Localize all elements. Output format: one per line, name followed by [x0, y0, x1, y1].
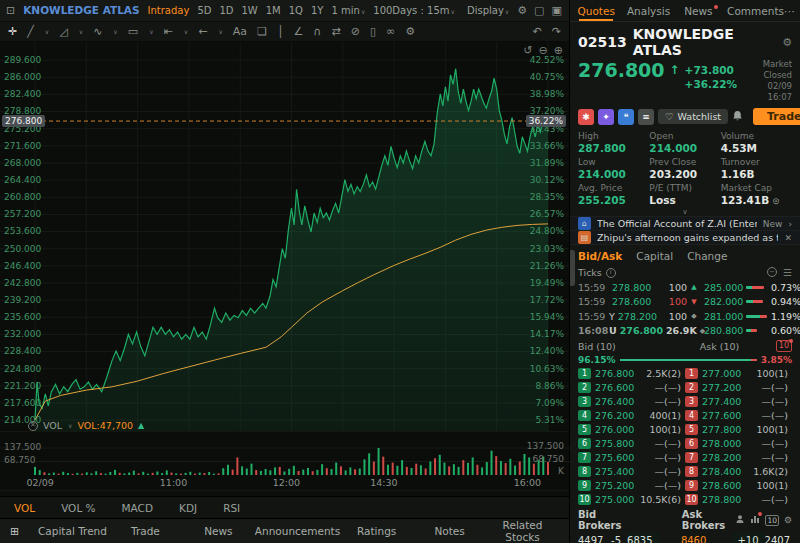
range-tab-1m[interactable]: 1M: [266, 5, 281, 16]
settings-gear-icon[interactable]: ⚙: [517, 4, 527, 17]
ask-level-8[interactable]: 8278.4001.6K(2): [685, 466, 792, 477]
interval-select[interactable]: 1 min∨: [331, 5, 365, 16]
banner-close-icon[interactable]: ✕: [784, 233, 792, 243]
bid-level-2[interactable]: 2276.600—(—): [578, 382, 685, 393]
ask-level-3[interactable]: 3277.400—(—): [685, 396, 792, 407]
tick-row[interactable]: 15:59Y278.200100◆: [578, 309, 698, 324]
ask-level-6[interactable]: 6278.000—(—): [685, 438, 792, 449]
bid-level-7[interactable]: 7275.600—(—): [578, 452, 685, 463]
trend-tool-icon[interactable]: ◿: [59, 26, 67, 37]
bid-broker-cell[interactable]: [659, 533, 681, 543]
nav-notes[interactable]: Notes: [413, 525, 486, 537]
nav-capital-trend[interactable]: Capital Trend: [36, 525, 109, 537]
line-tool-icon[interactable]: ╱: [27, 26, 34, 37]
undo-icon[interactable]: ↶: [533, 26, 542, 37]
list-icon[interactable]: ☰: [783, 267, 792, 278]
collapse-ticks-icon[interactable]: −: [767, 267, 777, 277]
span-select[interactable]: 100Days : 15m∨: [373, 5, 455, 16]
ask-level-9[interactable]: 9278.600100(1): [685, 480, 792, 491]
range-tab-5d[interactable]: 5D: [197, 5, 211, 16]
broker-settings-gear-icon[interactable]: ⚙: [784, 515, 792, 525]
range-tab-1q[interactable]: 1Q: [289, 5, 303, 16]
broker-profile-icon[interactable]: [735, 514, 745, 526]
ask-broker-cell[interactable]: 8460: [681, 533, 712, 543]
display-select[interactable]: Display∨: [467, 5, 509, 16]
info-circle-icon[interactable]: ⊙: [769, 196, 780, 206]
zoom-in-icon[interactable]: ⊕: [554, 44, 563, 57]
bid-level-10[interactable]: 10275.00010.5K(6): [578, 494, 685, 505]
range-tab-1y[interactable]: 1Y: [311, 5, 323, 16]
ask-level-1[interactable]: 1277.000100(1): [685, 368, 792, 379]
ask-level-10[interactable]: 10278.800—(—): [685, 494, 792, 505]
zoom-out-icon[interactable]: ⊖: [539, 44, 548, 57]
chat-badge-icon[interactable]: ❝: [618, 109, 634, 125]
bid-level-1[interactable]: 1276.8002.5K(2): [578, 368, 685, 379]
comment-tool-icon[interactable]: ❏: [257, 26, 267, 37]
flower-badge-icon[interactable]: ✱: [578, 109, 594, 125]
range-tab-1d[interactable]: 1D: [219, 5, 233, 16]
bid-level-6[interactable]: 6275.800—(—): [578, 438, 685, 449]
quote-settings-gear-icon[interactable]: ⚙: [782, 36, 792, 49]
price-level-row[interactable]: 280.8000.60%: [704, 324, 800, 339]
tick-row[interactable]: 15:59278.600100▼: [578, 295, 698, 310]
reset-zoom-icon[interactable]: ↺: [523, 44, 532, 57]
ask-level-4[interactable]: 4277.600—(—): [685, 410, 792, 421]
indicator-tab-vol[interactable]: VOL %: [61, 502, 95, 514]
link-tool-icon[interactable]: ∞: [386, 26, 395, 37]
ask-broker-cell[interactable]: +10: [733, 533, 764, 543]
info-icon[interactable]: i: [606, 268, 616, 278]
redo-icon[interactable]: ↷: [552, 26, 561, 37]
alert-bell-icon[interactable]: [732, 107, 743, 126]
volume-pane[interactable]: ✕ VOL ∨ VOL:47,700 ▲ 137.500 68.750 137.…: [0, 431, 569, 476]
bid-broker-cell[interactable]: 6835: [627, 533, 658, 543]
ten-levels-badge[interactable]: 10: [776, 340, 792, 352]
text-tool-icon[interactable]: Aa: [233, 26, 247, 37]
tab-quotes[interactable]: Quotes: [570, 0, 622, 21]
arrow-tool-icon[interactable]: ←: [198, 26, 207, 37]
subtab-bidask[interactable]: Bid/Ask: [578, 250, 622, 262]
bid-broker-cell[interactable]: -5: [609, 533, 627, 543]
banner-zai[interactable]: ⌂ The Official Account of Z.AI (Enterpri…: [570, 216, 800, 230]
subtab-capital[interactable]: Capital: [636, 250, 673, 262]
price-level-row[interactable]: 281.0001.19%: [704, 309, 800, 324]
tick-row[interactable]: 16:08U276.80026.9K◆: [578, 324, 698, 339]
magnet-tool-icon[interactable]: ∩: [313, 26, 321, 37]
wave-tool-icon[interactable]: ∿: [93, 26, 102, 37]
price-level-row[interactable]: 285.0000.73%: [704, 280, 800, 295]
ask-broker-cell[interactable]: 2407: [765, 533, 796, 543]
flash-badge-icon[interactable]: ✦: [598, 109, 614, 125]
collapse-indicator-icon[interactable]: ✕: [28, 421, 38, 431]
nav-announcements[interactable]: Announcements: [255, 525, 340, 537]
news-badge-icon[interactable]: ≡: [638, 109, 654, 125]
ask-level-5[interactable]: 5277.800100(1): [685, 424, 792, 435]
panel-resize-handle[interactable]: [570, 250, 575, 286]
trade-button[interactable]: Trade: [753, 108, 800, 125]
nav-trade[interactable]: Trade: [109, 525, 182, 537]
indicator-tab-vol[interactable]: VOL: [14, 502, 35, 514]
indicator-tab-rsi[interactable]: RSI: [223, 502, 240, 514]
banner-news[interactable]: ▤ Zhipu's afternoon gains expanded as th…: [570, 230, 800, 244]
broker-ten-icon[interactable]: 10: [765, 515, 779, 526]
nav-news[interactable]: News: [182, 525, 255, 537]
bid-level-8[interactable]: 8275.400—(—): [578, 466, 685, 477]
nav-related-stocks[interactable]: Related Stocks: [486, 519, 559, 543]
indicator-tab-macd[interactable]: MACD: [122, 502, 153, 514]
layout-box-icon[interactable]: ▢: [534, 4, 544, 17]
hide-drawings-icon[interactable]: ⊘: [351, 26, 360, 37]
bid-broker-cell[interactable]: 4497: [578, 533, 609, 543]
tab-intraday[interactable]: Intraday: [148, 5, 190, 16]
vol-label[interactable]: VOL: [43, 420, 62, 431]
broker-chart-icon[interactable]: [750, 514, 760, 526]
indicator-tab-kdj[interactable]: KDJ: [179, 502, 197, 514]
tab-comments[interactable]: Comments: [727, 0, 784, 21]
nav-ratings[interactable]: Ratings: [340, 525, 413, 537]
swap-tool-icon[interactable]: ⇄: [332, 26, 341, 37]
rect-tool-icon[interactable]: ▭: [128, 26, 138, 37]
delete-drawings-icon[interactable]: ▯: [370, 26, 376, 37]
bid-level-4[interactable]: 4276.200400(1): [578, 410, 685, 421]
bid-level-5[interactable]: 5276.000100(1): [578, 424, 685, 435]
price-level-row[interactable]: 282.0000.94%: [704, 295, 800, 310]
stats-collapse-chevron[interactable]: ∨: [570, 208, 800, 216]
tab-news[interactable]: News: [675, 0, 727, 21]
range-tab-1w[interactable]: 1W: [242, 5, 258, 16]
